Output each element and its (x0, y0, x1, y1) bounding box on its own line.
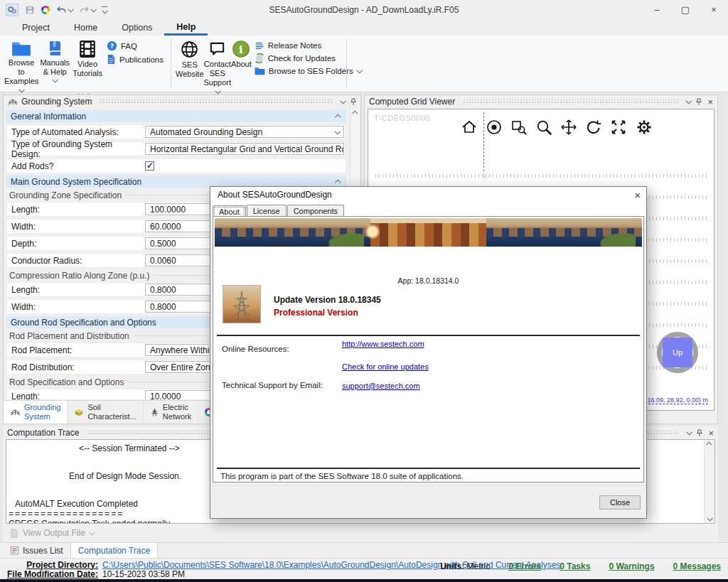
field-label: Length: (7, 205, 144, 215)
home-icon[interactable] (461, 119, 478, 136)
type-of-grounding-system-design-select[interactable]: Horizontal Rectangular Grid and Vertical… (145, 143, 344, 155)
technical-support-label: Technical Support by Email: (222, 381, 323, 389)
pin-icon[interactable] (696, 98, 702, 106)
panel-drag-area[interactable] (100, 99, 333, 104)
question-icon: ? (107, 41, 117, 51)
add-rods-checkbox[interactable] (145, 161, 154, 171)
pin-icon[interactable] (697, 429, 702, 437)
soil-cube-icon (74, 407, 84, 417)
tab-project[interactable]: Project (10, 21, 62, 36)
save-icon[interactable] (25, 5, 35, 15)
window-bottom-edge (0, 579, 728, 582)
tasks-count-link[interactable]: 0 Tasks (560, 561, 590, 571)
vertical-scrollbar[interactable] (704, 440, 714, 523)
document-icon (107, 54, 116, 65)
settings-gear-icon[interactable] (635, 118, 653, 136)
tab-soil-characteristics[interactable]: SoilCharacterist... (68, 401, 143, 424)
close-panel-icon[interactable]: × (707, 97, 713, 107)
pin-icon[interactable] (350, 98, 356, 106)
about-button[interactable]: i About (231, 38, 252, 69)
contact-ses-support-button[interactable]: Contact SES Support (204, 38, 232, 94)
chevron-down-icon[interactable] (686, 98, 692, 104)
dialog-close-button[interactable]: Close (599, 495, 641, 510)
undo-button[interactable] (56, 5, 73, 14)
chevron-down-icon[interactable] (90, 6, 96, 12)
app-icon[interactable] (6, 4, 18, 16)
units-indicator: Units: Metric (440, 561, 490, 571)
browse-to-examples-button[interactable]: Browse to Examples (4, 38, 38, 92)
field-label: Width: (7, 222, 144, 232)
viewer-toolbar (461, 118, 653, 136)
color-wheel-icon[interactable] (41, 6, 50, 14)
close-panel-icon[interactable]: × (708, 429, 714, 438)
update-globe-icon (255, 53, 264, 63)
rotate-icon[interactable] (585, 119, 602, 136)
chevron-down-icon[interactable] (340, 98, 346, 104)
field-label: Length: (7, 392, 144, 400)
warnings-count-link[interactable]: 0 Warnings (609, 561, 654, 571)
tab-issues-list[interactable]: Issues List (3, 543, 70, 558)
check-updates-link[interactable]: Check for online updates (342, 362, 429, 371)
chevron-down-icon (334, 129, 340, 134)
video-tutorials-button[interactable]: Video Tutorials (71, 38, 104, 78)
scroll-up-icon[interactable] (706, 441, 712, 447)
dialog-about-page: App: 18.0.18314.0 Update Version 18.0.18… (213, 216, 644, 483)
book-icon (46, 40, 63, 57)
zoom-window-icon[interactable] (510, 119, 528, 136)
redo-button[interactable] (79, 5, 95, 14)
scroll-up-icon[interactable] (352, 110, 358, 116)
eye-icon[interactable] (486, 119, 503, 136)
about-dialog: About SESAutoGroundDesign × About Licens… (210, 186, 647, 519)
app-version-text: App: 18.0.18314.0 (213, 276, 643, 285)
type-of-automated-analysis-select[interactable]: Automated Grounding Design (145, 126, 344, 138)
chevron-down-icon (102, 8, 107, 14)
errors-count-link[interactable]: 0 Errors (508, 561, 541, 571)
bottom-tab-strip: Issues List Computation Trace (0, 542, 728, 558)
pan-icon[interactable] (560, 119, 577, 136)
tab-home[interactable]: Home (62, 21, 109, 36)
panel-title: Computed Grid Viewer (369, 97, 455, 107)
manuals-help-button[interactable]: Manuals & Help (38, 38, 71, 82)
banner-image (215, 218, 642, 247)
update-version-text: Update Version 18.0.18345 (274, 295, 381, 305)
up-orientation-button[interactable]: Up (657, 332, 698, 373)
chevron-down-icon[interactable] (68, 6, 73, 12)
file-modification-date-value: 10-15-2023 03:58 PM (98, 569, 185, 579)
website-link[interactable]: http://www.sestech.com (342, 340, 424, 348)
close-button[interactable]: × (700, 0, 728, 19)
ribbon-tab-row: Project Home Options Help (0, 19, 728, 36)
field-label: Rod Distribution: (7, 362, 144, 372)
maximize-button[interactable]: ▢ (671, 0, 700, 19)
zoom-icon[interactable] (535, 119, 552, 136)
dialog-tab-strip: About License Components (210, 203, 646, 217)
customize-qat-button[interactable] (102, 6, 107, 14)
section-general-information[interactable]: General Information (6, 110, 346, 122)
tab-grounding-system[interactable]: GroundingSystem (4, 401, 68, 424)
field-label: Type of Grounding System Design: (7, 139, 144, 159)
tab-electric-network[interactable]: ElectricNetwork (144, 401, 198, 424)
panel-drag-area[interactable] (463, 99, 678, 104)
field-label: Type of Automated Analysis: (7, 127, 144, 137)
support-email-link[interactable]: support@sestech.com (342, 382, 420, 390)
check-for-updates-button[interactable]: Check for Updates (255, 53, 361, 63)
tower-photo (223, 285, 261, 323)
messages-count-link[interactable]: 0 Messages (673, 561, 721, 571)
browse-to-ses-folders-button[interactable]: Browse to SES Folders (255, 66, 361, 75)
chevron-down-icon[interactable] (687, 429, 692, 435)
folder-icon (11, 40, 31, 57)
tab-computation-trace[interactable]: Computation Trace (70, 543, 158, 558)
fit-extents-icon[interactable] (610, 119, 627, 136)
tab-help[interactable]: Help (164, 20, 208, 36)
scroll-down-icon[interactable] (707, 515, 712, 521)
ses-website-button[interactable]: SES Website (176, 38, 204, 79)
svg-text:i: i (240, 43, 244, 56)
dialog-close-icon[interactable]: × (634, 190, 641, 200)
globe-icon (180, 40, 199, 59)
release-notes-button[interactable]: Release Notes (255, 41, 361, 50)
viewer-watermark: T-CDEGS0000 (374, 114, 430, 122)
view-output-file-button[interactable]: View Output File (6, 525, 94, 541)
publications-button[interactable]: Publications (107, 54, 164, 65)
faq-button[interactable]: ? FAQ (107, 41, 164, 51)
tab-options[interactable]: Options (109, 21, 164, 36)
minimize-button[interactable]: – (643, 0, 671, 19)
